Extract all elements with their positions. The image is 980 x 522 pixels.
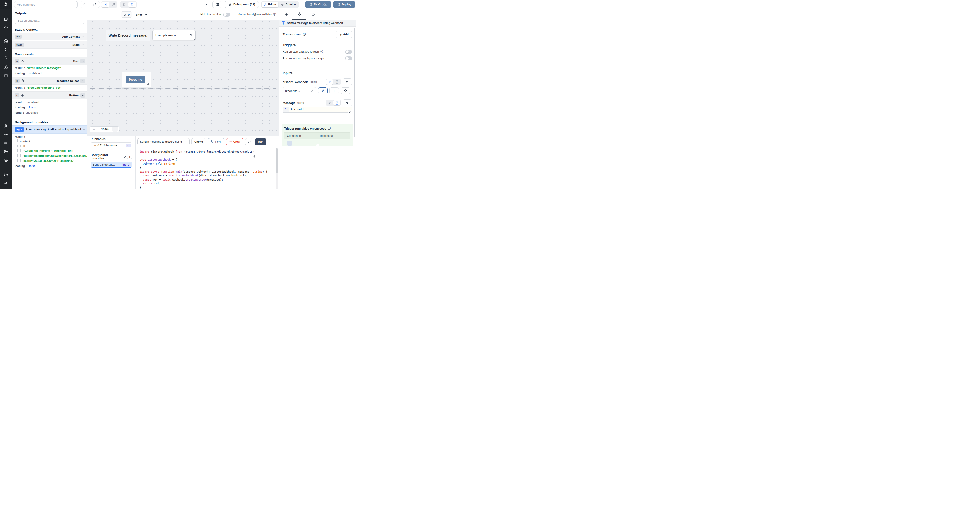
resize-handle[interactable]: [194, 38, 195, 40]
undo-button[interactable]: [80, 2, 90, 8]
expr-mode-icon[interactable]: f: [334, 79, 340, 84]
help-icon[interactable]: [0, 170, 12, 179]
app-summary-input[interactable]: [14, 1, 78, 8]
tab-preview[interactable]: Preview: [279, 2, 298, 8]
code-editor[interactable]: import discordwebhook from "https://deno…: [136, 147, 274, 189]
reload-button[interactable]: [245, 138, 253, 145]
add-bg-runnable-button[interactable]: +: [127, 154, 132, 159]
expression-editor[interactable]: 1 b.result: [283, 107, 352, 113]
search-outputs-input[interactable]: [15, 17, 84, 24]
panel-scrollbar[interactable]: [354, 29, 355, 137]
favorites-icon[interactable]: [0, 24, 12, 32]
schedules-icon[interactable]: [0, 71, 12, 80]
tab-editor[interactable]: Editor: [262, 2, 278, 8]
debug-runs-button[interactable]: Debug runs (23): [224, 1, 259, 8]
zoom-in-button[interactable]: +: [112, 127, 118, 132]
input-mode-toggle: f: [326, 100, 341, 106]
pointer-hand-icon: [21, 79, 24, 82]
collapse-component-c[interactable]: [80, 93, 85, 97]
draft-button[interactable]: Draft⌘S: [305, 1, 331, 8]
folders-icon[interactable]: [0, 148, 12, 156]
component-header-c[interactable]: c Button: [12, 91, 87, 99]
recompute-toggle[interactable]: [345, 56, 352, 60]
variables-icon[interactable]: [0, 54, 12, 62]
static-mode-pencil-icon[interactable]: [326, 100, 333, 105]
bg-runnable-item-selected[interactable]: Send a message... bg_0: [91, 162, 132, 168]
component-header-b[interactable]: b Resource Select: [12, 77, 87, 84]
expand-sidebar-icon[interactable]: [0, 179, 12, 188]
outputs-title: Outputs: [15, 11, 27, 15]
resource-select-component[interactable]: Example resou...: [153, 30, 196, 40]
inputs-title: Inputs: [283, 71, 352, 75]
refresh-resource-button[interactable]: [341, 88, 350, 94]
expr-mode-icon[interactable]: f: [334, 100, 340, 105]
mobile-view-toggle[interactable]: [121, 2, 128, 8]
edit-pencil-icon[interactable]: [83, 128, 85, 131]
code-scrollbar[interactable]: [275, 148, 278, 189]
frequency-select[interactable]: once: [136, 13, 147, 16]
component-header-a[interactable]: a Text: [12, 57, 87, 65]
deploy-button[interactable]: Deploy: [333, 1, 355, 8]
connect-plug-button[interactable]: [342, 99, 352, 106]
run-button[interactable]: Run: [255, 138, 266, 145]
resize-handle[interactable]: [147, 83, 149, 85]
runnable-item[interactable]: hub/1511/discord/se... c: [91, 142, 132, 148]
hide-bar-toggle[interactable]: [223, 13, 230, 17]
center-layout-toggle[interactable]: [102, 2, 109, 8]
audit-logs-icon[interactable]: [0, 156, 12, 165]
add-resource-button[interactable]: +: [329, 88, 339, 94]
state-row[interactable]: state State: [12, 41, 87, 49]
triggers-title: Triggers: [283, 43, 352, 47]
collapse-component-b[interactable]: [80, 79, 85, 83]
resize-handle[interactable]: [148, 38, 150, 40]
info-icon: ⓘ: [303, 33, 306, 36]
styling-tab-icon[interactable]: [311, 13, 315, 17]
more-options-icon[interactable]: [204, 1, 208, 8]
home-icon[interactable]: [0, 37, 12, 45]
settings-tab-icon[interactable]: [298, 12, 302, 17]
button-component[interactable]: Press me: [122, 72, 151, 87]
collapse-component-a[interactable]: [80, 59, 85, 63]
press-me-button[interactable]: Press me: [126, 76, 145, 83]
edit-resource-button[interactable]: [318, 88, 328, 94]
clear-button[interactable]: Clear: [226, 138, 243, 145]
trigger-runnables-on-success-box: Trigger runnables on successⓘ Component …: [282, 124, 353, 146]
bg-runnable-row[interactable]: bg_0 Send a message to discord using web…: [12, 126, 87, 134]
settings-icon[interactable]: [0, 130, 12, 139]
workspace-icon[interactable]: [0, 15, 12, 24]
clear-select-icon[interactable]: [190, 34, 192, 37]
redo-button[interactable]: [90, 2, 100, 8]
refresh-icon: [123, 13, 126, 16]
connect-plug-button[interactable]: [342, 78, 352, 85]
runnables-panel: Runnables hub/1511/discord/se... c Backg…: [88, 136, 136, 189]
save-icon: [337, 3, 340, 6]
script-name-input[interactable]: [137, 138, 190, 145]
ctx-row[interactable]: ctx App Context: [12, 33, 87, 40]
account-icon[interactable]: [0, 122, 12, 130]
ctx-badge: ctx: [15, 35, 22, 38]
fullscreen-layout-toggle[interactable]: [109, 2, 117, 8]
docs-button[interactable]: [212, 1, 222, 8]
windmill-logo[interactable]: [0, 0, 12, 9]
text-component[interactable]: Write Discord message:: [106, 30, 150, 41]
clear-resource-icon[interactable]: [311, 89, 314, 92]
desktop-view-toggle[interactable]: [129, 2, 136, 8]
cache-button[interactable]: Cache: [191, 138, 206, 145]
add-transformer-button[interactable]: +Add: [336, 30, 352, 38]
copy-code-icon[interactable]: [253, 154, 256, 158]
resources-icon[interactable]: [0, 62, 12, 71]
expand-editor-icon[interactable]: [348, 110, 352, 114]
static-mode-pencil-icon[interactable]: [326, 79, 333, 84]
zoom-out-button[interactable]: −: [90, 127, 98, 131]
fork-button[interactable]: Fork: [208, 138, 224, 145]
workers-icon[interactable]: [0, 139, 12, 148]
selected-runnable-header[interactable]: f Send a message to discord using webhoo…: [279, 20, 356, 27]
runs-icon[interactable]: [0, 45, 12, 54]
refresh-count-button[interactable]: 0: [121, 11, 132, 18]
transformer-title: Transformer ⓘ: [283, 32, 306, 37]
app-canvas[interactable]: Write Discord message: Example resou... …: [88, 20, 279, 136]
field-name: message: [283, 101, 295, 105]
resource-value-input[interactable]: u/henri/te...: [283, 87, 316, 94]
run-on-start-toggle[interactable]: [345, 50, 352, 54]
insert-tab-icon[interactable]: [285, 13, 288, 17]
